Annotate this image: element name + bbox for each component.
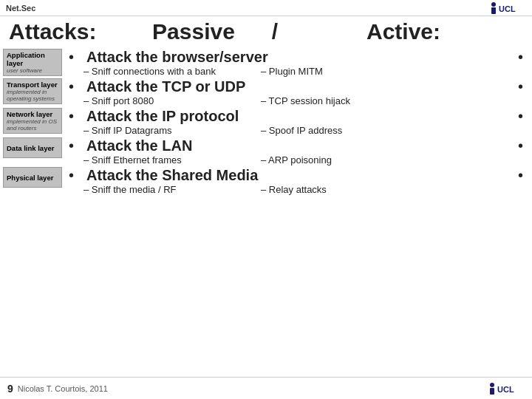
layer-name: Physical layer [7,174,58,182]
detail-active: – ARP poisoning [261,154,523,166]
layer-content: •Attack the Shared Media•– Sniff the med… [66,167,523,195]
detail-passive: – Sniff Ethernet frames [83,154,261,166]
layer-content: •Attack the browser/server•– Sniff conne… [66,49,523,77]
layer-row: Network layerimplemented in OS and route… [3,108,523,136]
bullet-icon: • [69,108,83,125]
title-passive: Passive [127,19,260,44]
brand-label: Net.Sec [6,4,35,13]
attack-main: •Attack the LAN• [69,137,523,154]
attack-bullet-right: • [501,108,523,125]
bullet-icon: • [69,167,83,184]
svg-point-0 [491,2,496,7]
title-slash: / [260,19,290,44]
ucl-logo-icon: UCL [489,1,526,16]
layer-sidebar: Data link layer [3,137,66,158]
title-row: Attacks: Passive / Active: [3,19,523,44]
footer-left: 9 Nicolas T. Courtois, 2011 [7,383,108,395]
layer-content: •Attack the LAN•– Sniff Ethernet frames–… [66,137,523,166]
bullet-icon: • [69,137,83,154]
attack-detail: – Sniff Ethernet frames– ARP poisoning [69,154,523,166]
layer-sublabel: implemented in operating systems [7,89,58,102]
layer-row: Data link layer•Attack the LAN•– Sniff E… [3,137,523,166]
svg-point-3 [490,383,494,387]
footer-ucl-logo: UCL [488,381,525,396]
page-number: 9 [7,383,13,395]
layers-container: Application layeruser software•Attack th… [3,49,523,197]
layer-content: •Attack the TCP or UDP•– Sniff port 8080… [66,78,523,106]
bullet-icon: • [69,49,83,66]
layer-label-box: Data link layer [3,137,62,158]
detail-active: – TCP session hijack [261,95,523,106]
footer: 9 Nicolas T. Courtois, 2011 UCL [0,377,532,399]
ucl-logo: UCL [489,1,526,16]
attack-bullet-right: • [501,49,523,66]
attack-detail: – Sniff connections with a bank– Plugin … [69,66,523,77]
layer-name: Data link layer [7,144,58,152]
svg-text:UCL: UCL [499,4,516,13]
layer-sidebar: Transport layerimplemented in operating … [3,78,66,104]
attack-detail: – Sniff IP Datagrams– Spoof IP address [69,125,523,136]
attack-title: Attack the IP protocol [86,108,498,125]
layer-label-box: Application layeruser software [3,49,62,76]
detail-active: – Relay attacks [261,184,523,195]
attack-main: •Attack the TCP or UDP• [69,78,523,95]
layer-label-box: Transport layerimplemented in operating … [3,78,62,104]
bullet-icon: • [69,78,83,95]
footer-citation: Nicolas T. Courtois, 2011 [18,384,108,393]
layer-name: Application layer [7,51,58,67]
attack-bullet-right: • [501,78,523,95]
top-bar: Net.Sec UCL [0,0,532,16]
detail-passive: – Sniff the media / RF [83,184,261,195]
layer-sublabel: implemented in OS and routers [7,118,58,132]
title-attacks: Attacks: [9,19,127,44]
attack-main: •Attack the Shared Media• [69,167,523,184]
layer-sublabel: user software [7,67,58,74]
layer-label-box: Physical layer [3,167,62,188]
svg-rect-1 [491,7,496,14]
layer-sidebar: Physical layer [3,167,66,188]
layer-name: Transport layer [7,81,58,89]
attack-title: Attack the LAN [86,137,498,154]
detail-passive: – Sniff IP Datagrams [83,125,261,136]
attack-title: Attack the Shared Media [86,167,498,184]
svg-rect-4 [490,388,494,395]
attack-main: •Attack the browser/server• [69,49,523,66]
layer-sidebar: Network layerimplemented in OS and route… [3,108,66,134]
detail-passive: – Sniff connections with a bank [83,66,261,77]
attack-title: Attack the browser/server [86,49,498,66]
layer-sidebar: Application layeruser software [3,49,66,76]
detail-active: – Spoof IP address [261,125,523,136]
detail-active: – Plugin MITM [261,66,523,77]
main-content: Attacks: Passive / Active: Application l… [0,16,532,377]
layer-row: Application layeruser software•Attack th… [3,49,523,77]
attack-bullet-right: • [501,137,523,154]
attack-bullet-right: • [501,167,523,184]
layer-content: •Attack the IP protocol•– Sniff IP Datag… [66,108,523,136]
detail-passive: – Sniff port 8080 [83,95,261,106]
svg-text:UCL: UCL [497,385,514,394]
attack-detail: – Sniff the media / RF– Relay attacks [69,184,523,195]
layer-name: Network layer [7,110,58,118]
attack-detail: – Sniff port 8080– TCP session hijack [69,95,523,106]
attack-title: Attack the TCP or UDP [86,78,498,95]
layer-row: Physical layer•Attack the Shared Media•–… [3,167,523,195]
footer-ucl-icon: UCL [488,381,525,396]
title-active: Active: [290,19,517,44]
layer-row: Transport layerimplemented in operating … [3,78,523,106]
attack-main: •Attack the IP protocol• [69,108,523,125]
layer-label-box: Network layerimplemented in OS and route… [3,108,62,134]
